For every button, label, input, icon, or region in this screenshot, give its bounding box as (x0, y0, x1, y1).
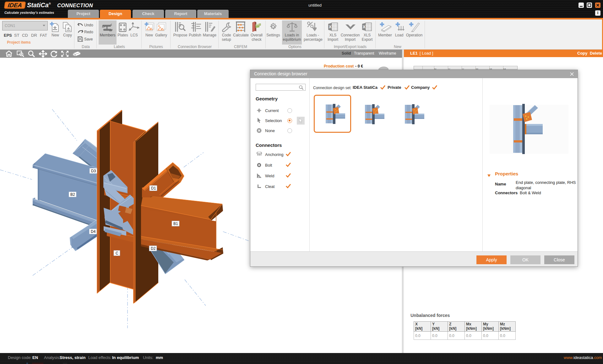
svg-text:C: C (116, 251, 118, 255)
svg-text:D2: D2 (151, 246, 156, 251)
svg-text:D1: D1 (151, 186, 156, 190)
svg-text:D4: D4 (91, 229, 96, 234)
svg-text:D3: D3 (91, 169, 96, 173)
svg-text:Production cost: Production cost (324, 64, 354, 68)
svg-text:X: X (363, 24, 366, 29)
svg-text:B1: B1 (173, 222, 178, 226)
svg-text:- 0 €: - 0 € (355, 64, 363, 68)
svg-text:X: X (329, 24, 332, 29)
svg-text:B2: B2 (70, 192, 75, 197)
